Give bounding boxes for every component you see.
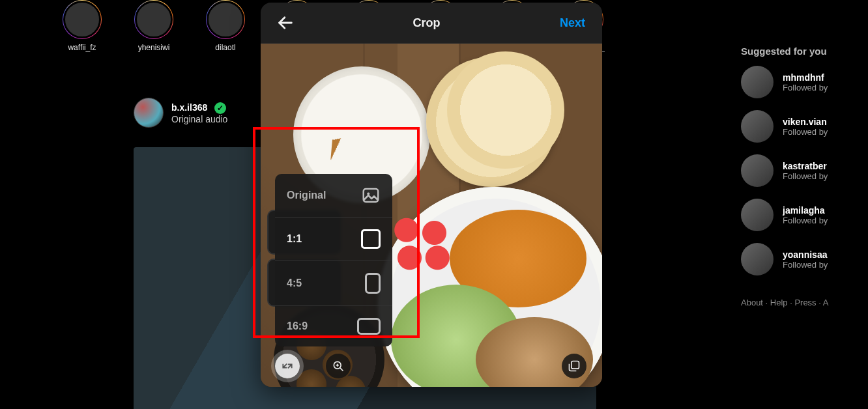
suggestion-sub: Followed by bbox=[783, 216, 828, 225]
crop-option-original[interactable]: Original bbox=[275, 174, 392, 218]
post-audio-label[interactable]: Original audio bbox=[171, 114, 227, 124]
post-username[interactable]: b.x.il368 bbox=[171, 102, 207, 113]
square-icon bbox=[361, 229, 381, 249]
suggestion-username[interactable]: kastratber bbox=[783, 161, 828, 171]
crop-canvas[interactable]: Original 1:1 4:5 16:9 bbox=[261, 44, 602, 387]
suggestion-sub: Followed by bbox=[783, 83, 828, 92]
suggestion-username[interactable]: jamilagha bbox=[783, 205, 828, 216]
crop-options-popup: Original 1:1 4:5 16:9 bbox=[275, 174, 392, 346]
portrait-ratio-icon bbox=[365, 273, 381, 294]
suggestion-sub: Followed by bbox=[783, 127, 828, 137]
crop-icon bbox=[281, 360, 294, 373]
avatar[interactable] bbox=[741, 110, 774, 143]
zoom-in-icon bbox=[332, 360, 345, 373]
story-username: dilaotl bbox=[215, 43, 235, 52]
suggestion-username[interactable]: yoannisaa bbox=[783, 249, 828, 260]
footer-links[interactable]: About · Help · Press · A bbox=[741, 298, 868, 307]
multi-select-button[interactable] bbox=[562, 354, 586, 378]
avatar[interactable] bbox=[741, 154, 774, 187]
suggestion-sub: Followed by bbox=[783, 260, 828, 270]
suggestions-sidebar: Suggested for you mhmdhnf Followed by vi… bbox=[741, 46, 868, 307]
crop-option-label: 1:1 bbox=[287, 233, 302, 245]
verified-badge-icon: ✓ bbox=[214, 102, 226, 114]
story-item[interactable]: yhenisiwi bbox=[130, 0, 177, 52]
svg-line-4 bbox=[340, 368, 343, 371]
aspect-ratio-button[interactable] bbox=[275, 354, 300, 378]
next-button[interactable]: Next bbox=[556, 16, 589, 31]
crop-option-portrait[interactable]: 4:5 bbox=[275, 261, 392, 306]
avatar[interactable] bbox=[741, 66, 774, 98]
app-root: waffii_fz yhenisiwi dilaotl indahwn bbox=[0, 0, 868, 409]
crop-option-label: 16:9 bbox=[287, 320, 308, 332]
crop-option-square[interactable]: 1:1 bbox=[275, 218, 392, 261]
story-username: yhenisiwi bbox=[138, 43, 170, 52]
suggestion-item[interactable]: kastratber Followed by bbox=[741, 154, 868, 187]
modal-title: Crop bbox=[412, 16, 440, 30]
suggestion-item[interactable]: jamilagha Followed by bbox=[741, 199, 868, 231]
crop-modal: Crop Next Original bbox=[261, 3, 602, 387]
suggestion-item[interactable]: mhmdhnf Followed by bbox=[741, 66, 868, 98]
avatar[interactable] bbox=[134, 98, 164, 128]
svg-rect-7 bbox=[571, 361, 579, 369]
crop-option-label: 4:5 bbox=[287, 277, 302, 289]
story-item[interactable]: dilaotl bbox=[202, 0, 249, 52]
suggestion-item[interactable]: yoannisaa Followed by bbox=[741, 243, 868, 275]
suggestion-username[interactable]: viken.vian bbox=[783, 117, 828, 127]
back-button[interactable] bbox=[274, 11, 297, 35]
image-icon bbox=[361, 186, 381, 205]
arrow-left-icon bbox=[276, 14, 295, 32]
modal-header: Crop Next bbox=[261, 3, 602, 44]
suggestion-username[interactable]: mhmdhnf bbox=[783, 72, 828, 83]
suggestion-item[interactable]: viken.vian Followed by bbox=[741, 110, 868, 143]
crop-option-label: Original bbox=[287, 190, 326, 201]
suggestions-heading: Suggested for you bbox=[741, 46, 868, 57]
crop-option-wide[interactable]: 16:9 bbox=[275, 306, 392, 346]
zoom-button[interactable] bbox=[326, 354, 351, 378]
suggestion-sub: Followed by bbox=[783, 171, 828, 181]
svg-rect-1 bbox=[364, 189, 379, 202]
story-item[interactable]: waffii_fz bbox=[59, 0, 106, 52]
layers-icon bbox=[568, 360, 581, 373]
avatar[interactable] bbox=[741, 199, 774, 231]
story-username: waffii_fz bbox=[68, 43, 96, 52]
wide-ratio-icon bbox=[357, 318, 381, 335]
avatar[interactable] bbox=[741, 243, 774, 275]
